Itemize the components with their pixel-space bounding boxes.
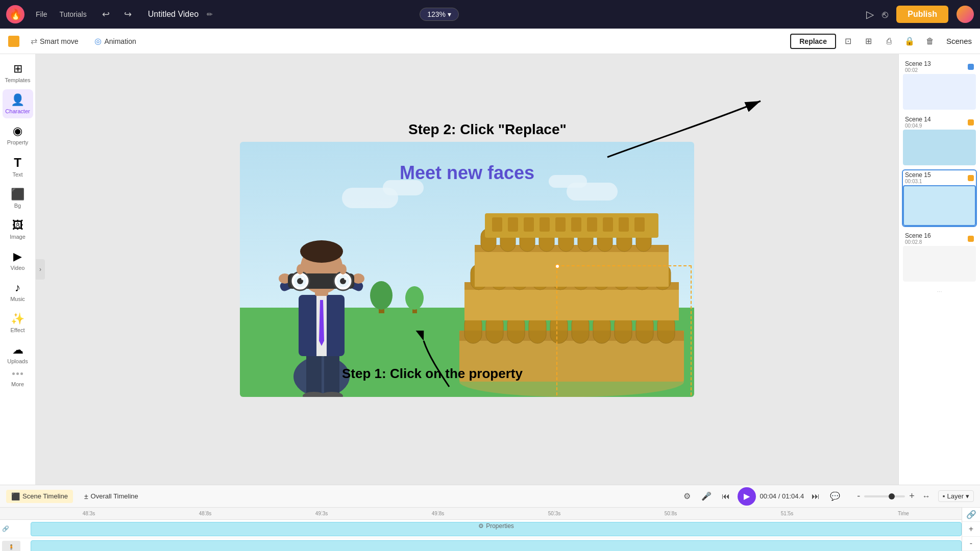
scene-13-indicator <box>968 64 974 70</box>
scene-color-indicator <box>8 36 19 47</box>
ruler-mark-time: Time <box>845 511 962 516</box>
svg-rect-72 <box>555 217 566 232</box>
lock-icon[interactable]: 🔒 <box>901 33 918 49</box>
svg-rect-75 <box>603 217 613 232</box>
more-dots[interactable] <box>12 372 23 375</box>
scene-15-header: Scene 15 00:03.1 <box>903 170 976 185</box>
menu-file[interactable]: File <box>31 8 53 20</box>
mic-icon[interactable]: 🎤 <box>699 489 714 504</box>
more-scenes-indicator: ··· <box>902 288 977 295</box>
scene-13-header: Scene 13 00:02 <box>903 59 976 74</box>
zoom-slider-handle[interactable] <box>889 493 895 499</box>
canvas-area: › Step 2: Click "Replace" <box>36 54 898 485</box>
scene-item-13[interactable]: Scene 13 00:02 <box>902 58 977 111</box>
grid-icon[interactable]: ⊞ <box>861 33 877 49</box>
scene-item-16[interactable]: Scene 16 00:02.8 <box>902 230 977 283</box>
image-icon: 🖼 <box>12 219 23 232</box>
layer-select[interactable]: ▪ Layer ▾ <box>938 490 974 502</box>
track-1-content[interactable]: ⚙ Properties <box>31 520 962 538</box>
sidebar-item-effect[interactable]: ✨ Effect <box>3 308 33 337</box>
ruler-mark-2: 48.8s <box>147 511 263 516</box>
print-icon[interactable]: ⎙ <box>881 33 897 49</box>
overall-timeline-label: Overall Timeline <box>91 492 138 500</box>
zoom-out-button[interactable]: - <box>857 491 860 502</box>
sidebar-item-property[interactable]: ◉ Property <box>3 120 33 149</box>
split-view-icon[interactable]: ⊡ <box>840 33 856 49</box>
svg-point-26 <box>339 264 347 274</box>
overall-timeline-tab[interactable]: ± Overall Timeline <box>79 490 143 503</box>
undo-button[interactable]: ↩ <box>98 7 114 22</box>
scene-16-thumbnail[interactable] <box>903 246 976 282</box>
animation-icon: ◎ <box>94 36 102 46</box>
scene-14-indicator <box>968 119 974 126</box>
sidebar-item-video[interactable]: ▶ Video <box>3 246 33 275</box>
svg-point-25 <box>297 264 304 274</box>
animation-button[interactable]: ◎ Animation <box>89 34 141 48</box>
scene-13-thumbnail[interactable] <box>903 74 976 110</box>
settings-icon[interactable]: ⚙ <box>679 489 695 504</box>
play-button[interactable]: ▶ <box>738 487 756 506</box>
zoom-in-button[interactable]: + <box>909 491 915 502</box>
publish-button[interactable]: Publish <box>896 6 948 23</box>
captions-icon[interactable]: 💬 <box>827 489 843 504</box>
layer-label: Layer <box>947 492 964 500</box>
svg-point-20 <box>301 277 304 280</box>
overall-tab-icon: ± <box>84 492 88 500</box>
text-label: Text <box>12 171 22 178</box>
main-area: ⊞ Templates 👤 Character ◉ Property T Tex… <box>0 54 980 485</box>
sidebar-item-text[interactable]: T Text <box>3 152 33 182</box>
tree-left <box>368 272 396 315</box>
timeline-link-button[interactable]: 🔗 <box>962 508 980 522</box>
delete-icon[interactable]: 🗑 <box>922 33 938 49</box>
image-label: Image <box>10 234 26 240</box>
scene-15-thumbnail[interactable] <box>903 185 976 226</box>
sidebar-item-bg[interactable]: ⬛ Bg <box>3 184 33 213</box>
timeline-controls-bar: ⬛ Scene Timeline ± Overall Timeline ⚙ 🎤 … <box>0 485 980 508</box>
preview-play-icon[interactable]: ▷ <box>866 8 874 20</box>
scene-16-indicator <box>968 236 974 242</box>
track-2-clip[interactable] <box>31 540 962 551</box>
user-avatar[interactable] <box>957 6 974 23</box>
replace-button[interactable]: Replace <box>790 34 836 49</box>
collapse-sidebar-button[interactable]: › <box>36 259 45 280</box>
canvas-frame[interactable]: Meet new faces <box>240 142 694 397</box>
sidebar-item-uploads[interactable]: ☁ Uploads <box>3 339 33 368</box>
sidebar-item-music[interactable]: ♪ Music <box>3 277 33 306</box>
bg-icon: ⬛ <box>11 188 24 201</box>
property-icon: ◉ <box>13 124 22 138</box>
svg-point-30 <box>405 286 424 310</box>
sidebar-item-character[interactable]: 👤 Character <box>3 89 33 118</box>
scene-timeline-tab[interactable]: ⬛ Scene Timeline <box>6 490 73 503</box>
skip-forward-button[interactable]: ⏭ <box>808 489 823 504</box>
canvas-title: Meet new faces <box>240 162 694 184</box>
scene-item-15[interactable]: Scene 15 00:03.1 <box>902 169 977 227</box>
menu-tutorials[interactable]: Tutorials <box>55 8 92 20</box>
link-icon: 🔗 <box>2 525 9 532</box>
ruler-mark-1: 48.3s <box>31 511 147 516</box>
scene-item-14[interactable]: Scene 14 00:04.9 <box>902 114 977 166</box>
track-2-content[interactable] <box>31 538 962 551</box>
scene-16-header: Scene 16 00:02.8 <box>903 231 976 246</box>
svg-rect-2 <box>306 351 322 397</box>
smart-move-button[interactable]: ⇄ Smart move <box>26 34 83 48</box>
svg-rect-74 <box>587 217 597 232</box>
timeline-add-bottom-button[interactable]: - <box>962 537 980 551</box>
ruler-mark-4: 49.8s <box>380 511 496 516</box>
timeline-add-top-button[interactable]: + <box>962 522 980 536</box>
property-label: Property <box>7 139 29 145</box>
scene-14-thumbnail[interactable] <box>903 130 976 165</box>
sidebar-item-templates[interactable]: ⊞ Templates <box>3 58 33 87</box>
skip-back-button[interactable]: ⏮ <box>718 489 733 504</box>
svg-rect-3 <box>324 351 339 397</box>
zoom-slider[interactable] <box>864 495 905 497</box>
track-1-clip[interactable]: ⚙ Properties <box>31 522 962 536</box>
edit-title-icon[interactable]: ✏ <box>207 10 213 18</box>
zoom-control[interactable]: 123% ▾ <box>420 8 459 21</box>
share-icon[interactable]: ⎋ <box>882 9 888 20</box>
smart-move-icon: ⇄ <box>31 36 37 46</box>
redo-button[interactable]: ↪ <box>120 7 136 22</box>
sidebar-item-more[interactable]: More <box>3 377 33 391</box>
sidebar-item-image[interactable]: 🖼 Image <box>3 215 33 244</box>
fit-to-view-icon[interactable]: ↔ <box>919 489 934 504</box>
timeline-content: 48.3s 48.8s 49.3s 49.8s 50.3s 50.8s 51.5… <box>0 508 980 551</box>
